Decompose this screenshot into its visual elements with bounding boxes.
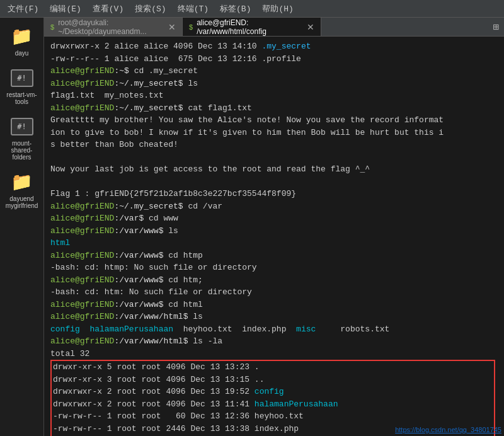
tab-2[interactable]: $ alice@gfriEND: /var/www/html/config ✕: [183, 18, 321, 36]
terminal-line-total: total 32: [50, 348, 498, 360]
terminal-line-cd-html: alice@gfriEND:/var/www$ cd html: [50, 299, 498, 311]
terminal-line-1: drwxrwxr-x 2 alice alice 4096 Dec 13 14:…: [50, 40, 498, 53]
tab-bar: $ root@dayukali: ~/Desktop/dayumeandm...…: [44, 18, 504, 37]
sidebar-item-restart-vm[interactable]: #! restart-vm-tools: [2, 64, 42, 108]
sidebar: 📁 dayu #! restart-vm-tools #! mount-shar…: [0, 18, 44, 436]
terminal-line-cd-htm: alice@gfriEND:/var/www$ cd htm;: [50, 274, 498, 287]
terminal-line-9: s better than Bob cheated!: [50, 139, 498, 151]
menu-terminal[interactable]: 终端(T): [173, 2, 214, 16]
terminal-line-3: alice@gfriEND:~$ cd .my_secret: [50, 65, 498, 77]
terminal[interactable]: drwxrwxr-x 2 alice alice 4096 Dec 13 14:…: [44, 37, 504, 436]
terminal-line-6: alice@gfriEND:~/.my_secret$ cat flag1.tx…: [50, 102, 498, 115]
sidebar-item-mount[interactable]: #! mount-shared-folders: [2, 113, 42, 163]
sidebar-item-label-dayu: dayu: [15, 50, 29, 57]
red-box-section: drwxr-xr-x 5 root root 4096 Dec 13 13:23…: [50, 360, 498, 436]
terminal-line-flag: Flag 1 : gfriEND{2f5f21b2af1b8c3e227bcf3…: [50, 188, 498, 200]
text-1: drwxrwxr-x 2 alice alice 4096 Dec 13 14:…: [50, 42, 261, 51]
terminal-line-ls-la: alice@gfriEND:/var/www/html$ ls -la: [50, 335, 498, 348]
menu-bar: 文件(F) 编辑(E) 查看(V) 搜索(S) 终端(T) 标签(B) 帮助(H…: [0, 0, 504, 18]
sidebar-item-label-mount: mount-shared-folders: [11, 140, 33, 161]
tab-label-1: root@dayukali: ~/Desktop/dayumeandm...: [58, 18, 164, 36]
terminal-line-err-htmp: -bash: cd: htmp: No such file or directo…: [50, 261, 498, 274]
terminal-line-html: html: [50, 237, 498, 250]
terminal-line-cd-var: alice@gfriEND:~/.my_secret$ cd /var: [50, 200, 498, 213]
terminal-line-11: Now your last job is get access to the r…: [50, 163, 498, 176]
terminal-icon-restart: #!: [9, 67, 35, 89]
tab-close-1[interactable]: ✕: [168, 23, 176, 32]
terminal-line-ls-html: alice@gfriEND:/var/www/html$ ls: [50, 311, 498, 323]
folder-icon: 📁: [9, 25, 35, 48]
menu-help[interactable]: 帮助(H): [257, 2, 298, 16]
terminal-line-4: alice@gfriEND:~/.my_secret$ ls: [50, 77, 498, 90]
my-secret-link: .my_secret: [261, 42, 311, 51]
terminal-line-config: drwxrwxr-x 2 root root 4096 Dec 13 19:52…: [53, 386, 493, 398]
sidebar-item-label-dayuandmygf: dayuendmygirlfriend: [6, 195, 38, 209]
tab-icon-1: $: [50, 23, 54, 31]
terminal-line-5: flag1.txt my_notes.txt: [50, 89, 498, 102]
menu-file[interactable]: 文件(F): [3, 2, 43, 16]
terminal-line-cd-www: alice@gfriEND:/var$ cd www: [50, 212, 498, 225]
menu-tabs[interactable]: 标签(B): [215, 2, 256, 16]
right-panel: $ root@dayukali: ~/Desktop/dayumeandm...…: [44, 18, 504, 436]
sidebar-item-dayuandmygf[interactable]: 📁 dayuendmygirlfriend: [2, 168, 42, 212]
tab-icon-2: $: [189, 23, 193, 31]
terminal-line-10: [50, 151, 498, 164]
tab-extra-button[interactable]: ⊞: [488, 18, 504, 36]
tab-1[interactable]: $ root@dayukali: ~/Desktop/dayumeandm...…: [44, 18, 183, 36]
menu-search[interactable]: 搜索(S): [130, 2, 171, 16]
terminal-line-2: -rw-r--r-- 1 alice alice 675 Dec 13 12:1…: [50, 53, 498, 66]
terminal-line-8: ion to give to bob! I know if it's given…: [50, 127, 498, 139]
tab-label-2: alice@gfriEND: /var/www/html/config: [197, 18, 303, 36]
main-layout: 📁 dayu #! restart-vm-tools #! mount-shar…: [0, 18, 504, 436]
terminal-line-halan: drwxrwxr-x 2 root root 4096 Dec 13 11:41…: [53, 398, 493, 411]
terminal-icon-mount: #!: [9, 115, 35, 138]
menu-edit[interactable]: 编辑(E): [45, 2, 86, 16]
tab-close-2[interactable]: ✕: [307, 23, 314, 32]
red-box: drwxr-xr-x 5 root root 4096 Dec 13 13:23…: [50, 360, 495, 436]
terminal-line-err-htm: -bash: cd: htm: No such file or director…: [50, 286, 498, 299]
sidebar-item-dayu[interactable]: 📁 dayu: [2, 23, 42, 59]
terminal-line-dot: drwxr-xr-x 5 root root 4096 Dec 13 13:23…: [53, 361, 493, 374]
terminal-line-heyhoo: -rw-rw-r-- 1 root root 60 Dec 13 12:36 h…: [53, 410, 493, 423]
terminal-line-indexphp: -rw-rw-r-- 1 root root 2446 Dec 13 13:38…: [53, 423, 493, 435]
terminal-line-ls-contents: config halamanPerusahaan heyhoo.txt inde…: [50, 323, 498, 336]
terminal-line-12: [50, 176, 498, 188]
sidebar-item-label-restart: restart-vm-tools: [6, 91, 37, 105]
terminal-line-cd-htmp: alice@gfriEND:/var/www$ cd htmp: [50, 250, 498, 262]
folder-icon-dayuandmygf: 📁: [9, 171, 35, 193]
terminal-line-7: Greattttt my brother! You saw the Alice'…: [50, 114, 498, 127]
menu-view[interactable]: 查看(V): [88, 2, 129, 16]
terminal-line-ls-www: alice@gfriEND:/var/www$ ls: [50, 225, 498, 238]
terminal-line-dotdot: drwxr-xr-x 3 root root 4096 Dec 13 13:15…: [53, 374, 493, 386]
